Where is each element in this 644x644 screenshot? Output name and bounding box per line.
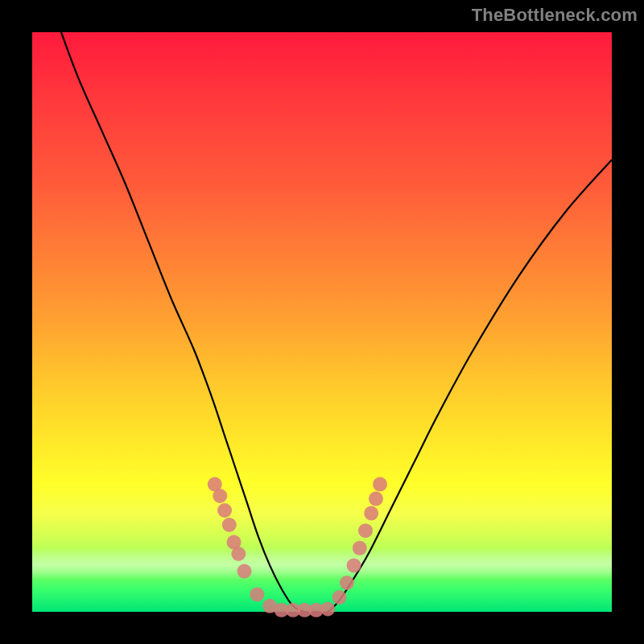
sample-point xyxy=(364,506,378,521)
sample-point xyxy=(353,541,367,555)
sample-point xyxy=(320,601,335,616)
sample-point xyxy=(213,489,227,503)
sample-point xyxy=(231,547,246,561)
sample-point xyxy=(347,558,361,572)
sample-point xyxy=(250,587,264,601)
sample-point xyxy=(237,564,252,579)
sample-point xyxy=(222,518,237,532)
sample-points xyxy=(208,477,387,617)
chart-frame: TheBottleneck.com xyxy=(0,0,644,644)
watermark-text: TheBottleneck.com xyxy=(472,5,638,26)
sample-point xyxy=(340,576,354,590)
sample-point xyxy=(358,523,373,538)
sample-point xyxy=(217,503,232,518)
chart-svg-layer xyxy=(32,32,612,612)
bottleneck-curve xyxy=(61,32,612,613)
sample-point xyxy=(373,477,387,492)
sample-point xyxy=(332,590,347,605)
sample-point xyxy=(369,492,383,506)
